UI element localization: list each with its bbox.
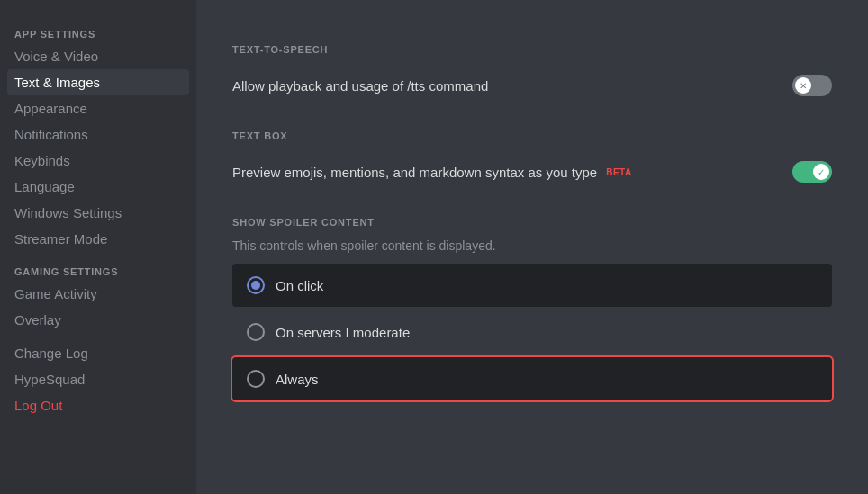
tts-toggle-knob: [795, 77, 811, 94]
spoiler-option-on-click[interactable]: On click: [232, 264, 832, 307]
radio-circle-always: [247, 370, 265, 388]
radio-label-on-servers: On servers I moderate: [276, 325, 410, 340]
sidebar-item-appearance[interactable]: Appearance: [7, 95, 189, 121]
sidebar-item-overlay[interactable]: Overlay: [7, 307, 189, 333]
spoiler-option-on-servers[interactable]: On servers I moderate: [232, 310, 832, 354]
sidebar-item-notifications[interactable]: Notifications: [7, 121, 189, 148]
tts-toggle[interactable]: [792, 75, 832, 96]
radio-circle-on-servers: [247, 323, 265, 341]
sidebar-item-language[interactable]: Language: [7, 174, 189, 200]
sidebar-item-label: Language: [14, 179, 75, 194]
gaming-settings-label: GAMING SETTINGS: [7, 259, 189, 281]
sidebar-item-label: Voice & Video: [14, 49, 98, 64]
radio-label-on-click: On click: [276, 278, 323, 293]
tts-setting-row: Allow playback and usage of /tts command: [232, 66, 832, 105]
tts-block: TEXT-TO-SPEECH Allow playback and usage …: [232, 44, 832, 105]
sidebar-item-label: Windows Settings: [14, 205, 122, 220]
main-content: TEXT-TO-SPEECH Allow playback and usage …: [196, 0, 868, 494]
beta-badge: BETA: [606, 167, 631, 177]
sidebar-item-windows-settings[interactable]: Windows Settings: [7, 200, 189, 226]
spoiler-description: This controls when spoiler content is di…: [232, 238, 832, 253]
sidebar-item-change-log[interactable]: Change Log: [7, 340, 189, 366]
spoiler-section-label: SHOW SPOILER CONTENT: [232, 217, 832, 228]
textbox-toggle-label: Preview emojis, mentions, and markdown s…: [232, 165, 632, 180]
sidebar-item-text-images[interactable]: Text & Images: [7, 69, 189, 95]
textbox-setting-row: Preview emojis, mentions, and markdown s…: [232, 152, 832, 192]
sidebar-item-game-activity[interactable]: Game Activity: [7, 281, 189, 307]
textbox-block: TEXT BOX Preview emojis, mentions, and m…: [232, 130, 832, 192]
sidebar: APP SETTINGS Voice & Video Text & Images…: [0, 0, 196, 494]
sidebar-item-streamer-mode[interactable]: Streamer Mode: [7, 226, 189, 252]
sidebar-item-voice-video[interactable]: Voice & Video: [7, 43, 189, 69]
textbox-toggle-knob: [813, 164, 829, 180]
app-settings-label: APP SETTINGS: [7, 22, 189, 43]
tts-toggle-label: Allow playback and usage of /tts command: [232, 78, 488, 94]
spoiler-block: SHOW SPOILER CONTENT This controls when …: [232, 217, 832, 400]
radio-label-always: Always: [276, 372, 319, 387]
sidebar-item-label: Appearance: [14, 101, 87, 116]
sidebar-item-label: Game Activity: [14, 286, 97, 301]
tts-section-label: TEXT-TO-SPEECH: [232, 44, 832, 55]
textbox-toggle[interactable]: [792, 161, 832, 183]
textbox-section-label: TEXT BOX: [232, 130, 832, 141]
sidebar-item-logout[interactable]: Log Out: [7, 392, 189, 418]
sidebar-item-hypesquad[interactable]: HypeSquad: [7, 366, 189, 392]
sidebar-item-label: Notifications: [14, 127, 88, 142]
sidebar-item-label: HypeSquad: [14, 372, 85, 387]
sidebar-item-label: Text & Images: [14, 75, 100, 90]
top-divider: [232, 22, 832, 22]
logout-label: Log Out: [14, 398, 62, 413]
radio-circle-on-click: [247, 276, 265, 294]
sidebar-item-label: Keybinds: [14, 153, 70, 168]
sidebar-item-label: Streamer Mode: [14, 231, 107, 247]
sidebar-item-label: Overlay: [14, 312, 61, 328]
sidebar-item-label: Change Log: [14, 346, 88, 361]
sidebar-item-keybinds[interactable]: Keybinds: [7, 148, 189, 174]
spoiler-option-always[interactable]: Always: [232, 357, 832, 400]
